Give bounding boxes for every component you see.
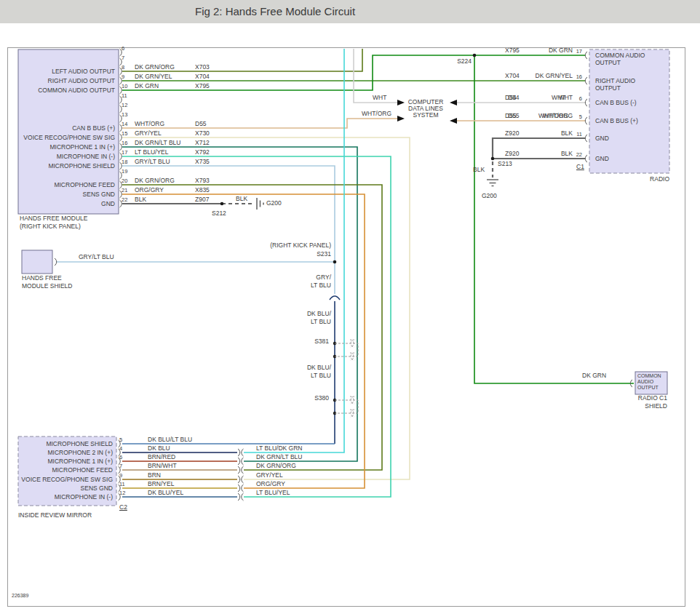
radio-wire-color-label: DK GRN/YEL (536, 73, 573, 80)
hfm-pin-number: 13 (122, 111, 127, 119)
hfm-pin-number: 7 (122, 55, 124, 62)
radio-pin-number: 6 (579, 95, 582, 103)
mirror-wire2-color-label: LT BLU/YEL (256, 490, 290, 497)
wire-label-dkblultblu-b2: LT BLU (311, 372, 331, 380)
hfm-pin-number: 21 (122, 187, 127, 194)
mirror-pin-number: 5 (119, 436, 122, 444)
hfm-pin-number: 10 (122, 83, 127, 90)
wire-label-whtorg-right: WHT/ORG (538, 113, 568, 120)
mirror-inline-connector-stub (242, 476, 244, 483)
mirror-wire-color-label: DK BLU/LT BLU (148, 436, 192, 444)
hfm-pin-label: RIGHT AUDIO OUTPUT (48, 78, 115, 85)
ground-g200-left-icon (257, 198, 263, 210)
radio-pin-label: CAN B BUS (-) (595, 100, 659, 107)
shield-module-caption-2: MODULE SHIELD (22, 283, 72, 290)
hfm-circuit-label: X704 (195, 73, 210, 81)
radio-shield-box-line-2: AUDIO (637, 379, 653, 385)
mirror-pin-number: 7 (119, 463, 122, 470)
ground-label-g200-right: G200 (482, 193, 497, 200)
radio-pin-number: 16 (576, 73, 582, 81)
hfm-pin-number: 15 (122, 130, 127, 137)
radio-pin-label: CAN B BUS (+) (595, 118, 659, 125)
splice-label-s212: S212 (212, 210, 226, 218)
s380-dashed-connector (335, 396, 358, 417)
circuit-label-d54: D54 (508, 95, 520, 102)
wire-label-gryltblu-2: LT BLU (311, 282, 331, 290)
radio-pin-number: 17 (576, 48, 582, 55)
radio-pin-number: 5 (579, 113, 582, 121)
hfm-pin-number: 18 (122, 159, 127, 166)
mirror-wire-color-label: DK BLU (148, 445, 170, 452)
wire-label-wht-left: WHT (373, 95, 386, 102)
radio-circuit-label: Z920 (505, 151, 519, 158)
ground-label-g200-left: G200 (266, 200, 282, 207)
hfm-pin-number: 14 (122, 121, 127, 128)
hfm-pin-number: 11 (122, 92, 127, 100)
hfm-pin-number: 17 (122, 149, 127, 156)
radio-wire-color-label: BLK (561, 130, 573, 137)
mirror-inline-connector-stub (238, 458, 240, 465)
radio-pin-11-stub (585, 135, 587, 142)
radio-pin-22-stub (585, 155, 587, 162)
hfm-pin-label: VOICE RECOG/PHONE SW SIG (23, 135, 115, 142)
mirror-pin-number: 11 (119, 481, 125, 488)
mirror-wire-color-label: BRN (148, 472, 161, 479)
wiring-diagram: 678LEFT AUDIO OUTPUTDK GRN/ORGX7039RIGHT… (0, 0, 700, 614)
wire-label-dkgrn-branch: DK GRN (582, 372, 606, 380)
mirror-inline-connector-stub (238, 476, 240, 483)
radio-shield-box-line-3: OUTPUT (637, 385, 659, 391)
mirror-wire2-color-label: DK GRN/ORG (256, 463, 296, 470)
shield-module-pin-stub (55, 258, 57, 266)
mirror-wire-color-label: BRN/RED (148, 454, 175, 461)
hfm-wire-color-label: DK GRN (135, 83, 159, 90)
mirror-inline-connector-stub (242, 493, 244, 501)
mirror-pin-number: 4 (119, 445, 122, 452)
radio-pin-number: 22 (576, 151, 582, 159)
radio-pin-label: GND (595, 135, 659, 143)
radio-caption: RADIO (650, 176, 669, 183)
splice-label-s213: S213 (498, 161, 512, 168)
mirror-wire-color-label: BRN/WHT (148, 463, 177, 470)
hfm-circuit-label: X735 (195, 159, 210, 166)
hfm-wire-color-label: ORG/GRY (135, 187, 164, 194)
radio-shield-caption-2: SHIELD (645, 403, 667, 410)
hfm-pin-number: 9 (122, 73, 124, 81)
hfm-circuit-label: X793 (195, 178, 210, 185)
mirror-pin-label: MICROPHONE SHIELD (46, 441, 113, 448)
mirror-wire-color-label: DK BLU/YEL (148, 490, 183, 497)
wire-label-blk-s212: BLK (236, 196, 247, 203)
splice-label-s380: S380 (314, 395, 329, 402)
mirror-inline-connector-stub (242, 449, 244, 456)
radio-circuit-label: Z920 (505, 130, 519, 137)
hfm-pin-label: MICROPHONE SHIELD (48, 163, 115, 170)
mirror-inline-connector-stub (238, 493, 240, 501)
wire-label-shield: GRY/LT BLU (79, 254, 114, 261)
mirror-inline-connector-stub (242, 485, 244, 492)
radio-pin-17-stub (585, 52, 587, 59)
system-line-3: SYSTEM (402, 112, 450, 119)
radio-connector-label: C1 (576, 164, 584, 171)
radio-circuit-label: X704 (505, 73, 520, 80)
mirror-wire-color-label: BRN/YEL (148, 481, 174, 488)
radio-pin-number: 11 (576, 131, 582, 138)
hfm-circuit-label: X795 (195, 83, 210, 90)
figure-number: 226389 (12, 593, 28, 599)
mirror-pin-label: VOICE RECOG/PHONE SW SIG (21, 477, 113, 484)
radio-shield-box-line-1: COMMON (637, 373, 661, 379)
hfm-pin-label: MICROPHONE IN (-) (57, 154, 115, 161)
wire-label-dkblultblu-a1: DK BLU/ (307, 311, 331, 318)
wire-label-dkblultblu-a2: LT BLU (311, 319, 331, 326)
mirror-pin-label: MICROPHONE 2 IN (+) (48, 450, 114, 457)
radio-pin-label: COMMON AUDIO OUTPUT (595, 52, 659, 66)
radio-pin-label: RIGHT AUDIO OUTPUT (595, 78, 659, 92)
mirror-pin-number: 12 (119, 490, 125, 497)
wire-label-dkblultblu-b1: DK BLU/ (307, 364, 331, 372)
wire-label-wht-right: WHT (552, 95, 565, 102)
hfm-circuit-label: X703 (195, 64, 210, 71)
radio-pin-5-stub (585, 117, 587, 124)
hfm-wire-color-label: DK GRN/YEL (135, 73, 172, 81)
hfm-pin-label: LEFT AUDIO OUTPUT (52, 68, 115, 76)
splice-s231 (333, 260, 337, 264)
hfm-pin-number: 22 (122, 196, 127, 204)
hfm-wire-color-label: DK GRN/ORG (135, 178, 175, 185)
